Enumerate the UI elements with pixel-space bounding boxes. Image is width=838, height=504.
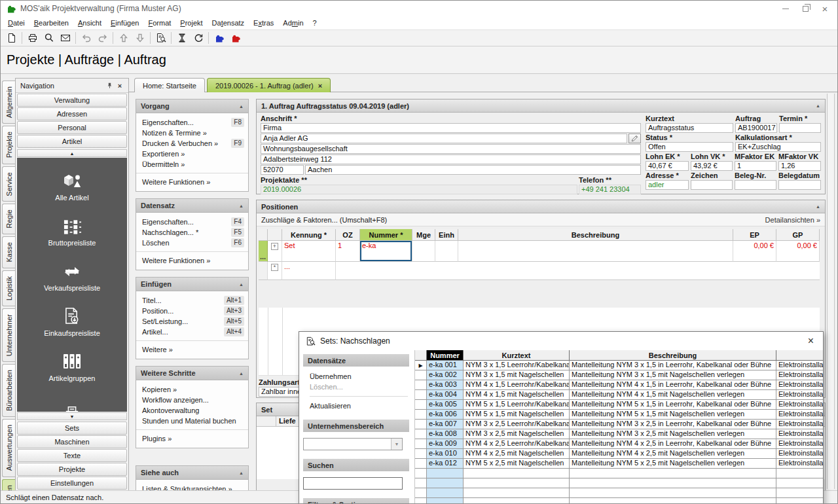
- action-item[interactable]: Artikel...Alt+4: [136, 327, 248, 337]
- row-selector[interactable]: [415, 410, 427, 420]
- detailansichten-link[interactable]: Detailansichten »: [765, 216, 820, 224]
- action-item[interactable]: Exportieren »: [136, 149, 248, 159]
- cell-kurztext[interactable]: NYM 5 x 2,5 mit Nagelschellen: [464, 459, 570, 469]
- tab-close-icon[interactable]: ×: [318, 82, 322, 90]
- row-selector[interactable]: [259, 262, 268, 280]
- print-icon[interactable]: [24, 31, 41, 45]
- module-tab-projekte[interactable]: Projekte: [2, 126, 15, 164]
- dialog-action-übernehmen[interactable]: Übernehmen: [310, 371, 408, 382]
- collapse-icon[interactable]: ▲: [816, 204, 820, 209]
- lookup-row[interactable]: e-ka 009NYM 4 x 2,5 Leerrohr/KabelkanalM…: [415, 439, 823, 449]
- cell-beschreibung[interactable]: Mantelleitung NYM 5 x 2,5 mit Nagelschel…: [570, 459, 776, 469]
- cell-kurztext[interactable]: NYM 3 x 1,5 Leerrohr/Kabelkanal: [464, 361, 570, 370]
- cell-kurztext[interactable]: NYM 4 x 2,5 mit Nagelschellen: [464, 449, 570, 459]
- scroll-up-strip[interactable]: ▲: [17, 149, 127, 157]
- close-icon[interactable]: ×: [115, 82, 125, 90]
- document-tab-auftrag[interactable]: 2019.00026 - 1. Auftrag (adler)×: [207, 78, 331, 92]
- zusatz-field[interactable]: Wohnungsbaugesellschaft: [261, 144, 641, 154]
- dialog-close-icon[interactable]: ×: [805, 335, 816, 347]
- section-header[interactable]: Einfügen▲: [136, 278, 248, 291]
- vertical-scrollbar[interactable]: [827, 94, 835, 489]
- chevron-down-icon[interactable]: ▼: [391, 439, 402, 450]
- cell-extra[interactable]: Elektroinstallati: [776, 420, 823, 429]
- cell-kennung[interactable]: Set: [282, 241, 336, 262]
- close-button[interactable]: ×: [815, 2, 835, 15]
- cell-kurztext[interactable]: NYM 4 x 2,5 Leerrohr/Kabelkanal: [464, 439, 570, 449]
- lookup-column-kurztext[interactable]: Kurztext: [464, 350, 570, 361]
- cell-beschreibung[interactable]: Mantelleitung NYM 5 x 1,5 mit Nagelschel…: [570, 410, 776, 420]
- cell-beschreibung[interactable]: Mantelleitung NYM 3 x 2,5 in Leerrohr, K…: [570, 420, 776, 429]
- row-selector[interactable]: [415, 449, 427, 459]
- collapse-icon[interactable]: ▲: [239, 282, 244, 287]
- search-input[interactable]: [303, 477, 403, 490]
- cell-nummer[interactable]: e-ka 007: [427, 420, 464, 429]
- lookup-row[interactable]: e-ka 010NYM 4 x 2,5 mit NagelschellenMan…: [415, 449, 823, 459]
- cell-beschreibung[interactable]: Mantelleitung NYM 3 x 1,5 in Leerrohr, K…: [570, 361, 776, 370]
- nav-group-artikel[interactable]: Artikel: [17, 135, 127, 148]
- menu-item-bearbeiten[interactable]: Bearbeiten: [29, 18, 73, 28]
- menu-item-admin[interactable]: Admin: [278, 18, 308, 28]
- dialog-action-aktualisieren[interactable]: Aktualisieren: [310, 401, 408, 411]
- order-form-header[interactable]: 1. Auftrag Auftragsstatus 09.04.2019 (ad…: [257, 99, 825, 113]
- nav-group-projekte[interactable]: Projekte: [17, 463, 127, 476]
- column-header-beschreibung[interactable]: Beschreibung: [458, 229, 733, 241]
- cell-extra[interactable]: Elektroinstallati: [776, 429, 823, 439]
- cell-gp[interactable]: 0,00 €: [776, 241, 820, 262]
- field-value[interactable]: [778, 180, 821, 190]
- action-item[interactable]: Weitere »: [136, 344, 248, 355]
- cell-kurztext[interactable]: NYM 4 x 1,5 Leerrohr/Kabelkanal: [464, 380, 570, 390]
- nav-item-einkaufspreisliste[interactable]: Einkaufspreisliste: [17, 301, 127, 337]
- lookup-row[interactable]: e-ka 008NYM 3 x 2,5 mit NagelschellenMan…: [415, 429, 823, 439]
- document-tab-home[interactable]: Home: Startseite: [134, 78, 205, 92]
- strasse-field[interactable]: Adalbertsteinweg 112: [261, 154, 641, 164]
- plz-field[interactable]: 52070: [261, 165, 304, 175]
- cell-beschreibung[interactable]: Mantelleitung NYM 5 x 1,5 in Leerrohr, K…: [570, 400, 776, 410]
- field-value[interactable]: 40,67 €: [646, 161, 689, 171]
- action-item[interactable]: Übermitteln »: [136, 159, 248, 170]
- cell-kennung[interactable]: ...: [282, 262, 336, 280]
- unternehmensbereich-dropdown[interactable]: ▼: [303, 438, 403, 450]
- current-record-arrow-icon[interactable]: ▶: [415, 361, 427, 370]
- row-selector[interactable]: [415, 390, 427, 400]
- nav-group-personal[interactable]: Personal: [17, 121, 127, 134]
- cell-nummer[interactable]: e-ka 001: [427, 361, 464, 370]
- menu-item-ansicht[interactable]: Ansicht: [73, 18, 106, 28]
- field-value[interactable]: Offen: [646, 142, 733, 152]
- cell-extra[interactable]: Elektroinstallati: [776, 459, 823, 469]
- row-selector[interactable]: [415, 478, 427, 488]
- positionen-header[interactable]: Positionen ▲: [257, 200, 825, 213]
- action-item[interactable]: Weitere Funktionen »: [136, 255, 248, 266]
- cell-nummer[interactable]: e-ka: [360, 241, 412, 262]
- name-field[interactable]: Anja Adler AG: [261, 134, 627, 143]
- lookup-row[interactable]: e-ka 004NYM 4 x 1,5 mit NagelschellenMan…: [415, 390, 823, 400]
- edit-address-button[interactable]: [628, 134, 641, 143]
- row-selector[interactable]: [415, 420, 427, 429]
- row-selector[interactable]: [415, 429, 427, 439]
- pin-icon[interactable]: [104, 82, 115, 89]
- action-item[interactable]: LöschenF6: [136, 238, 248, 248]
- nav-item-verkaufspreisliste[interactable]: Verkaufspreisliste: [17, 256, 127, 292]
- nav-group-verwaltung[interactable]: Verwaltung: [17, 94, 127, 107]
- print-preview-icon[interactable]: [41, 31, 57, 45]
- lookup-column-extra[interactable]: [776, 350, 823, 361]
- menu-item-datensatz[interactable]: Datensatz: [208, 18, 249, 28]
- action-item[interactable]: Eigenschaften...F8: [136, 117, 248, 128]
- nav-group-texte[interactable]: Texte: [17, 449, 127, 462]
- action-item[interactable]: Workflow anzeigen...: [136, 395, 248, 405]
- module-tab-büroarbeiten[interactable]: Büroarbeiten: [2, 364, 15, 417]
- action-item[interactable]: Drucken & Verbuchen »F9: [136, 138, 248, 149]
- module-tab-unternehmer[interactable]: Unternehmer: [2, 308, 15, 362]
- menu-item-datei[interactable]: Datei: [3, 18, 29, 28]
- menu-item-extras[interactable]: Extras: [249, 18, 278, 28]
- cell-nummer[interactable]: e-ka 002: [427, 370, 464, 380]
- field-value[interactable]: 1,26: [778, 161, 821, 171]
- action-item[interactable]: Akontoverwaltung: [136, 405, 248, 416]
- restore-button[interactable]: [795, 2, 815, 15]
- collapse-icon[interactable]: ▲: [239, 371, 244, 376]
- lookup-row[interactable]: e-ka 012NYM 5 x 2,5 mit NagelschellenMan…: [415, 459, 823, 469]
- cell-extra[interactable]: Elektroinstallati: [776, 410, 823, 420]
- cell-einh[interactable]: [435, 241, 458, 262]
- field-value[interactable]: EK+Zuschlag: [735, 142, 821, 152]
- collapse-icon[interactable]: ▲: [239, 104, 244, 109]
- row-selector[interactable]: [415, 400, 427, 410]
